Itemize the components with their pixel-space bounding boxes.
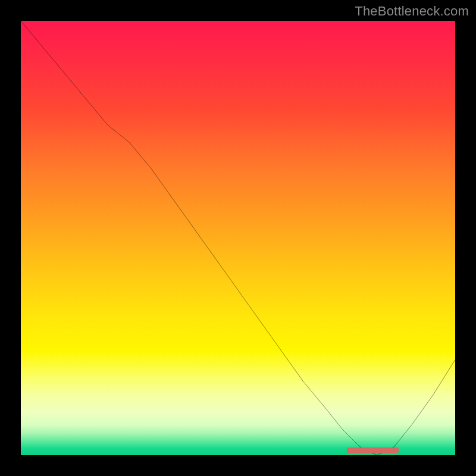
background-gradient [21,21,455,455]
chart-frame: TheBottleneck.com [0,0,476,476]
plot-area [21,21,455,455]
watermark-label: TheBottleneck.com [355,4,469,19]
optimal-range-marker [347,447,399,453]
